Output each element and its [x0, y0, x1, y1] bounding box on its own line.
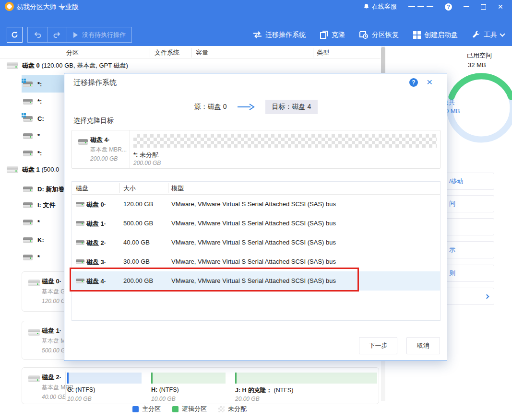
disk-card-name: 磁盘 1·	[42, 327, 61, 335]
help-button[interactable]: ?	[445, 3, 452, 11]
side-button-label: 则	[449, 269, 455, 278]
maximize-button[interactable]	[481, 4, 486, 10]
cell-model: VMware, VMware Virtual S Serial Attached…	[171, 200, 336, 208]
undo-icon	[34, 32, 41, 38]
column-divider	[119, 183, 120, 193]
disk-icon	[76, 202, 84, 207]
title-bar: 易我分区大师 专业版 在线客服 ? ✕	[0, 0, 512, 46]
partition-label: D: 新加卷	[37, 185, 64, 194]
unallocated-size: 200.00 GB	[133, 160, 161, 166]
minimize-button[interactable]	[464, 6, 469, 7]
tree-partition-item[interactable]: C:	[23, 115, 44, 122]
partition-icon	[23, 151, 33, 156]
disk-icon	[76, 240, 84, 245]
partition-size-H: 10.00 GB	[151, 396, 176, 402]
disk-table-header: 磁盘 大小 模型	[72, 182, 440, 195]
disk-table-row-0[interactable]: 磁盘 0· 120.00 GB VMware, VMware Virtual S…	[72, 195, 440, 214]
next-button[interactable]: 下一步	[359, 337, 397, 354]
migrate-os-dialog: 迁移操作系统 ? × 源：磁盘 0 目标：磁盘 4 选择克隆目标 磁盘 4· 基…	[64, 73, 447, 361]
bell-icon	[363, 3, 369, 10]
legend-unallocated: 未分配	[218, 405, 247, 413]
legend-label: 未分配	[228, 405, 247, 413]
cell-model: VMware, VMware Virtual S Serial Attached…	[171, 220, 336, 227]
tree-partition-item[interactable]: I: 文件	[23, 201, 56, 210]
minimize-icon	[464, 6, 469, 7]
operation-list-button[interactable]	[408, 5, 433, 8]
target-disk-card: 磁盘 4· 基本盘 MBR... 200.00 GB *: 未分配 200.00…	[71, 130, 441, 169]
undo-button[interactable]	[28, 27, 48, 42]
wrench-icon	[472, 31, 480, 39]
disk-table-row-3[interactable]: 磁盘 3· 30.00 GB VMware, VMware Virtual S …	[72, 252, 440, 271]
redo-icon	[53, 32, 61, 38]
cell-disk: 磁盘 1·	[86, 220, 106, 228]
dialog-close-icon[interactable]: ×	[427, 76, 432, 88]
tools-menu-button[interactable]: 工具	[472, 31, 504, 39]
redo-button[interactable]	[48, 27, 67, 42]
cell-size: 30.00 GB	[123, 258, 150, 265]
tree-partition-item[interactable]: *:	[23, 150, 42, 157]
tree-partition-item[interactable]: *	[23, 254, 40, 261]
partition-bar-G[interactable]	[67, 373, 142, 384]
disk-icon	[78, 139, 88, 145]
disk-table-row-1[interactable]: 磁盘 1· 500.00 GB VMware, VMware Virtual S…	[72, 214, 440, 233]
dialog-help-icon[interactable]: ?	[409, 78, 418, 87]
dialog-title: 迁移操作系统	[73, 78, 117, 87]
tree-disk-0[interactable]: 磁盘 0 (120.00 GB, 基本盘, GPT 磁盘)	[7, 61, 128, 70]
disk-table-row-2[interactable]: 磁盘 2· 40.00 GB VMware, VMware Virtual S …	[72, 233, 440, 252]
partition-icon	[23, 237, 33, 243]
clone-button[interactable]: 克隆	[320, 31, 345, 39]
partition-bar-H[interactable]	[151, 373, 226, 384]
cancel-button[interactable]: 取消	[406, 337, 440, 354]
app-window: 已用空间 32 MB 总共 0 MB /移动 间 示 则 易我分区大师 专业版 …	[0, 0, 512, 420]
partition-legend: 主分区 逻辑分区 未分配	[0, 405, 379, 413]
create-bootdisk-label: 创建启动盘	[424, 31, 458, 39]
partition-label-G: G: (NTFS)	[67, 386, 95, 393]
primary-color-swatch	[132, 406, 139, 412]
legend-primary: 主分区	[132, 405, 161, 413]
partition-label: I: 文件	[37, 201, 56, 210]
create-bootdisk-button[interactable]: 创建启动盘	[413, 31, 458, 39]
partition-recovery-button[interactable]: 分区恢复	[359, 31, 399, 39]
tree-partition-item[interactable]: *	[23, 219, 40, 226]
column-header-type: 类型	[317, 48, 329, 57]
cell-disk: 磁盘 0·	[86, 200, 106, 209]
partition-label-H: H: (NTFS)	[151, 386, 179, 393]
table-header-disk: 磁盘	[76, 184, 88, 193]
unallocated-space-bar[interactable]	[133, 134, 437, 148]
disk-icon	[76, 259, 84, 264]
column-header-filesystem: 文件系统	[155, 48, 179, 57]
partition-size-J: 20.00 GB	[235, 396, 260, 402]
partition-bar-J[interactable]	[235, 373, 377, 384]
logical-color-swatch	[172, 406, 179, 412]
online-service-button[interactable]: 在线客服	[363, 2, 397, 11]
create-bootdisk-icon	[413, 31, 421, 39]
close-button[interactable]: ✕	[498, 3, 505, 11]
partition-icon	[23, 99, 33, 105]
legend-label: 主分区	[142, 405, 161, 413]
chevron-down-icon	[500, 31, 505, 36]
used-space-label: 已用空间	[467, 51, 492, 60]
execute-operations-button[interactable]: 没有待执行操作	[67, 27, 131, 42]
partition-icon	[23, 202, 33, 208]
partition-icon	[23, 82, 33, 87]
migrate-os-button[interactable]: 迁移操作系统	[253, 31, 306, 39]
tree-partition-item[interactable]: *:	[23, 81, 42, 88]
partition-label: *:	[37, 81, 42, 88]
column-divider	[191, 48, 191, 58]
partition-recovery-label: 分区恢复	[372, 31, 399, 39]
tree-partition-item[interactable]: *	[23, 132, 40, 140]
disk-icon	[28, 375, 40, 382]
tree-partition-item[interactable]: K:	[23, 236, 44, 244]
select-clone-target-label: 选择克隆目标	[73, 117, 114, 125]
disk-table-row-4-selected[interactable]: 磁盘 4· 200.00 GB VMware, VMware Virtual S…	[72, 271, 440, 291]
refresh-icon	[11, 31, 19, 39]
refresh-button[interactable]	[7, 27, 23, 43]
column-divider	[313, 48, 313, 58]
cell-model: VMware, VMware Virtual S Serial Attached…	[171, 277, 336, 284]
tree-disk-1[interactable]: 磁盘 1 (500.0	[7, 165, 59, 174]
arrow-right-icon	[238, 104, 255, 110]
cell-disk: 磁盘 2·	[86, 239, 106, 247]
cell-size: 40.00 GB	[123, 239, 150, 246]
tree-partition-item[interactable]: *:	[23, 98, 42, 105]
tree-partition-item[interactable]: D: 新加卷	[23, 185, 64, 194]
